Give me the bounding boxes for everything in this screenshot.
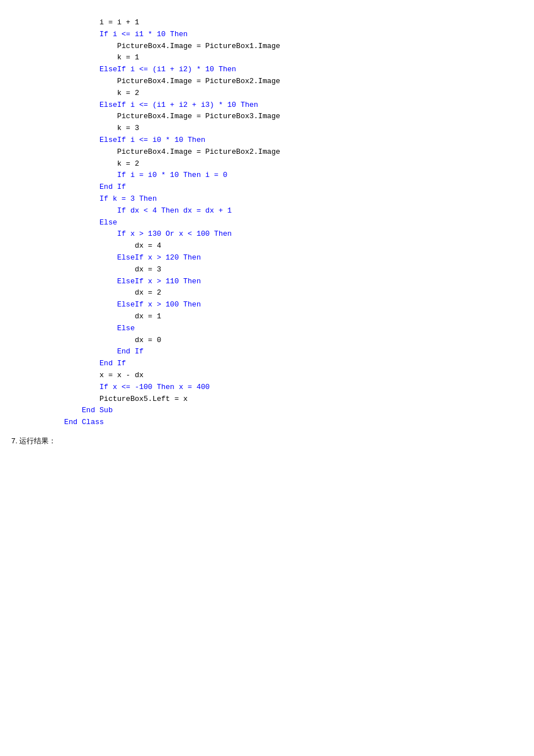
code-line: x = x - dx xyxy=(11,370,523,382)
section-label: 7. 运行结果： xyxy=(11,435,523,447)
code-line: If i <= i1 * 10 Then xyxy=(11,29,523,41)
code-line: ElseIf i <= (i1 + i2 + i3) * 10 Then xyxy=(11,100,523,111)
code-lines: i = i + 1 If i <= i1 * 10 Then PictureBo… xyxy=(11,17,523,429)
code-line: ElseIf x > 100 Then xyxy=(11,299,523,311)
code-line: dx = 4 xyxy=(11,240,523,252)
code-line: Else xyxy=(11,323,523,335)
code-line: If x <= -100 Then x = 400 xyxy=(11,382,523,394)
code-line: Else xyxy=(11,217,523,229)
code-line: k = 2 xyxy=(11,88,523,100)
code-line: k = 2 xyxy=(11,158,523,170)
code-line: End If xyxy=(11,346,523,358)
code-line: ElseIf i <= (i1 + i2) * 10 Then xyxy=(11,64,523,76)
code-line: ElseIf x > 120 Then xyxy=(11,252,523,264)
code-line: PictureBox4.Image = PictureBox3.Image xyxy=(11,111,523,123)
code-line: dx = 3 xyxy=(11,264,523,276)
code-line: k = 3 xyxy=(11,123,523,135)
code-line: If dx < 4 Then dx = dx + 1 xyxy=(11,205,523,217)
code-line: i = i + 1 xyxy=(11,17,523,29)
code-line: ElseIf i <= i0 * 10 Then xyxy=(11,135,523,146)
code-line: dx = 1 xyxy=(11,311,523,323)
code-line: dx = 0 xyxy=(11,335,523,347)
code-line: k = 1 xyxy=(11,52,523,64)
code-line: If k = 3 Then xyxy=(11,193,523,205)
code-line: PictureBox5.Left = x xyxy=(11,394,523,405)
code-line: PictureBox4.Image = PictureBox2.Image xyxy=(11,76,523,88)
code-line: PictureBox4.Image = PictureBox2.Image xyxy=(11,146,523,158)
code-line: If i = i0 * 10 Then i = 0 xyxy=(11,170,523,182)
code-line: PictureBox4.Image = PictureBox1.Image xyxy=(11,41,523,53)
code-line: End Class xyxy=(11,417,523,429)
code-line: If x > 130 Or x < 100 Then xyxy=(11,228,523,240)
code-line: End If xyxy=(11,182,523,193)
code-line: End If xyxy=(11,358,523,370)
code-line: dx = 2 xyxy=(11,287,523,299)
code-block: i = i + 1 If i <= i1 * 10 Then PictureBo… xyxy=(0,11,534,453)
code-line: ElseIf x > 110 Then xyxy=(11,276,523,288)
code-line: End Sub xyxy=(11,405,523,417)
